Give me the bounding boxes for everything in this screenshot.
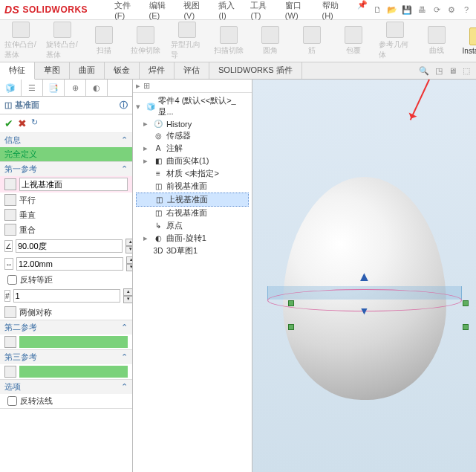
flip-offset-label: 反转等距	[20, 274, 53, 285]
opt-midplane[interactable]: 两侧对称	[0, 305, 132, 320]
cancel-button[interactable]: ✖	[18, 117, 27, 129]
opt-coincident[interactable]: 重合	[0, 222, 132, 237]
tab-surface[interactable]: 曲面	[70, 62, 105, 79]
spin-up[interactable]: ▴	[125, 239, 133, 246]
plane-handle[interactable]	[463, 324, 469, 330]
fm-tab-display-icon[interactable]: ◐	[86, 80, 108, 96]
angle-input[interactable]	[16, 239, 123, 253]
drag-arrow-small-icon[interactable]: ▼	[359, 305, 370, 317]
section-ref1[interactable]: 第一参考⌃	[0, 162, 132, 176]
viewbar-icon[interactable]: ⬚	[463, 66, 470, 76]
ref1-input[interactable]	[19, 178, 128, 191]
menu-pin-icon[interactable]: 📌	[353, 0, 372, 22]
tree-sensors[interactable]: ◎传感器	[136, 129, 249, 142]
ribbon-instant3d[interactable]: Instant3D	[457, 20, 476, 62]
preview-icon[interactable]: ↻	[31, 117, 38, 129]
ribbon-curves[interactable]: 曲线	[416, 20, 457, 62]
qat-options-icon[interactable]: ⚙	[446, 4, 457, 15]
menu-window[interactable]: 窗口(W)	[281, 0, 316, 22]
section-ref3[interactable]: 第三参考⌃	[0, 350, 132, 364]
ribbon-sweep[interactable]: 扫描	[83, 20, 125, 62]
ref1-selection[interactable]	[0, 176, 132, 193]
ribbon-wrap[interactable]: 包覆	[333, 20, 374, 62]
flyout-expand-icon[interactable]: ▸	[136, 81, 140, 91]
qat-open-icon[interactable]: 📂	[387, 4, 397, 15]
section-options[interactable]: 选项⌃	[0, 380, 132, 394]
command-tabs: 特征 草图 曲面 钣金 焊件 评估 SOLIDWORKS 插件 🔍 ◳ 🖥 ⬚	[0, 62, 476, 80]
menu-view[interactable]: 视图(V)	[179, 0, 212, 22]
plane-handle[interactable]	[288, 300, 294, 306]
tab-features[interactable]: 特征	[0, 62, 35, 80]
ribbon-revolve-boss[interactable]: 旋转凸台/基体	[42, 20, 83, 62]
tree-annotations[interactable]: ▸A注解	[136, 142, 249, 155]
opt-perpendicular[interactable]: 垂直	[0, 207, 132, 222]
fm-tab-prop-icon[interactable]: ☰	[22, 80, 43, 96]
menu-bar: 文件(F) 编辑(E) 视图(V) 插入(I) 工具(T) 窗口(W) 帮助(H…	[110, 0, 372, 22]
menu-insert[interactable]: 插入(I)	[214, 0, 244, 22]
qat-help-icon[interactable]: ?	[461, 4, 472, 15]
tree-origin[interactable]: ↳原点	[136, 219, 249, 232]
spin-up[interactable]: ▴	[123, 288, 133, 296]
ref2-selection[interactable]	[0, 334, 132, 349]
viewbar-icon[interactable]: 🖥	[449, 66, 457, 75]
distance-input[interactable]	[16, 257, 123, 271]
tree-top-plane[interactable]: ◫上视基准面	[136, 193, 249, 207]
plane-handle[interactable]	[288, 324, 294, 330]
panel-title: ◫ 基准面 ⓘ	[0, 97, 132, 114]
ribbon-rib[interactable]: 筋	[291, 20, 333, 62]
menu-help[interactable]: 帮助(H)	[318, 0, 351, 22]
ref3-selection[interactable]	[0, 364, 132, 379]
help-icon[interactable]: ⓘ	[120, 100, 128, 111]
spin-down[interactable]: ▾	[126, 264, 133, 271]
fm-tab-dim-icon[interactable]: ⊕	[65, 80, 86, 96]
tree-surfacebody[interactable]: ▸◧曲面实体(1)	[136, 155, 249, 167]
instances-input[interactable]	[13, 289, 120, 303]
tab-addins[interactable]: SOLIDWORKS 插件	[209, 62, 302, 79]
ribbon-fillet[interactable]: 圆角	[250, 20, 291, 62]
spin-up[interactable]: ▴	[126, 256, 133, 264]
flip-offset-checkbox[interactable]	[7, 275, 17, 285]
ribbon-extrude-boss[interactable]: 拉伸凸台/基体	[0, 20, 42, 62]
ribbon-sweep-cut[interactable]: 扫描切除	[208, 20, 250, 62]
viewbar-icon[interactable]: 🔍	[419, 66, 429, 76]
flip-normal-checkbox[interactable]	[7, 396, 17, 406]
tab-weldment[interactable]: 焊件	[140, 62, 175, 79]
section-ref2[interactable]: 第二参考⌃	[0, 320, 132, 334]
menu-tools[interactable]: 工具(T)	[246, 0, 278, 22]
tree-right-plane[interactable]: ◫右视基准面	[136, 207, 249, 219]
flyout-collapse-icon[interactable]: ⊞	[143, 81, 150, 91]
spin-down[interactable]: ▾	[123, 296, 133, 303]
tree-revolve[interactable]: ▸◐曲面-旋转1	[136, 232, 249, 245]
drag-arrow-icon[interactable]: ▲	[358, 269, 371, 285]
tab-sheetmetal[interactable]: 钣金	[105, 62, 140, 79]
opt-parallel[interactable]: 平行	[0, 193, 132, 207]
ribbon-hole[interactable]: 异型孔向导	[166, 20, 208, 62]
menu-edit[interactable]: 编辑(E)	[145, 0, 178, 22]
tree-history[interactable]: ▸🕑History	[136, 118, 249, 129]
fm-tab-config-icon[interactable]: 📑	[43, 80, 65, 96]
viewbar-icon[interactable]: ◳	[435, 66, 443, 76]
feature-tree: ▾🧊零件4 (默认<<默认>_显... ▸🕑History ◎传感器 ▸A注解 …	[133, 93, 252, 259]
plane-handle[interactable]	[463, 300, 469, 306]
menu-file[interactable]: 文件(F)	[110, 0, 143, 22]
spin-down[interactable]: ▾	[125, 246, 133, 253]
graphics-area[interactable]: ▲ ▼	[252, 80, 476, 472]
section-info[interactable]: 信息⌃	[0, 133, 132, 147]
tab-sketch[interactable]: 草图	[35, 62, 70, 79]
fm-tab-tree-icon[interactable]: 🧊	[0, 80, 22, 96]
qat-rebuild-icon[interactable]: ⟳	[431, 4, 442, 15]
app-logo: DSSOLIDWORKS	[4, 4, 88, 16]
tab-evaluate[interactable]: 评估	[175, 62, 209, 79]
qat-new-icon[interactable]: 🗋	[372, 4, 382, 15]
qat-save-icon[interactable]: 💾	[402, 4, 412, 15]
ribbon-ref-geom[interactable]: 参考几何体	[374, 20, 416, 62]
tree-material[interactable]: ≡材质 <未指定>	[136, 167, 249, 180]
ok-button[interactable]: ✔	[4, 117, 13, 129]
ribbon-extrude-cut[interactable]: 拉伸切除	[125, 20, 166, 62]
qat-print-icon[interactable]: 🖶	[417, 4, 427, 15]
tree-front-plane[interactable]: ◫前视基准面	[136, 180, 249, 193]
ribbon: 拉伸凸台/基体 旋转凸台/基体 扫描 拉伸切除 异型孔向导 扫描切除 圆角 筋 …	[0, 20, 476, 62]
tree-root[interactable]: ▾🧊零件4 (默认<<默认>_显...	[136, 94, 249, 118]
status-text: 完全定义	[0, 147, 132, 161]
tree-3dsketch[interactable]: 3D3D草图1	[136, 245, 249, 257]
